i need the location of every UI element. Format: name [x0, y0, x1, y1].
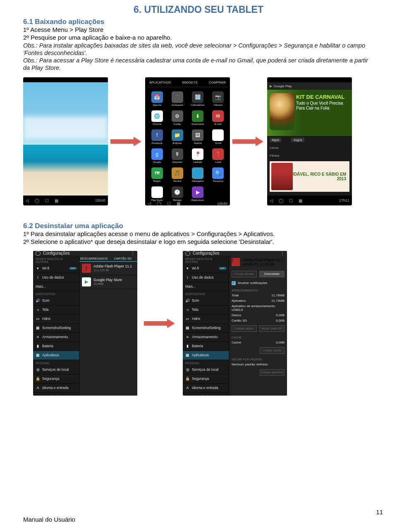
app-cell: 🎵Audiopack: [168, 91, 187, 106]
kv-key: Cache: [232, 341, 241, 344]
app-cell: 📍Latitude: [189, 148, 207, 163]
sidebar-label: Mais...: [185, 284, 196, 289]
sidebar-item: ▭Hdmi: [183, 315, 229, 324]
toggle-label: LIG.: [69, 267, 77, 270]
kv-key: Total: [232, 293, 239, 297]
sidebar-icon: 🔊: [185, 298, 190, 303]
sidebar-label: Idioma e entrada: [42, 386, 69, 390]
chip-jogos: Jogos: [291, 138, 304, 142]
back-icon: ◁: [26, 198, 29, 203]
footer-label: Manual do Usuário: [23, 516, 75, 523]
menu-icon: ⋮: [131, 251, 135, 255]
sidebar-label: Tela: [42, 308, 49, 312]
sidebar-label: Serviços de local: [42, 367, 69, 372]
promo-banner: SER SAUDÁVEL, RICO E SÁBIO EM 2013: [270, 161, 349, 192]
sidebar-item: ▾Wi-fiLIG.: [183, 264, 229, 273]
menu-icon: ⋮: [280, 251, 285, 255]
sidebar-item: ↕Uso de dados: [33, 273, 79, 282]
play-store-title: Google Play: [274, 84, 292, 88]
sidebar-item: ▦Aplicativos: [183, 351, 229, 360]
sidebar-icon: 🔊: [36, 298, 40, 303]
step-6-2-1: 1º Para desinstalar aplicações acesse o …: [23, 230, 374, 238]
app-cell: ▶Play Store: [148, 186, 166, 201]
sidebar-category: DISPOSITIVO: [183, 291, 229, 296]
sidebar-icon: ☼: [36, 308, 40, 312]
featured-banner: KIT DE CARNAVAL Tudo o Que Você Precisa …: [267, 90, 352, 136]
sidebar-label: Mais...: [36, 284, 46, 289]
kv-key: Aplicativo de armazenamento USB0,0: [232, 304, 285, 312]
sidebar-icon: A: [36, 386, 40, 390]
app-icon: 🎵: [172, 91, 183, 103]
settings-sidebar: REDES SEM FIO E OUTRAS▾Wi-fiLIG.↕Uso de …: [33, 256, 79, 396]
kv-val: 0,00B: [276, 319, 285, 322]
app-label: Reprodutor: [189, 199, 207, 201]
sidebar-icon: ▦: [36, 353, 40, 358]
sidebar-label: Segurança: [192, 377, 209, 381]
app-label: Agenda: [148, 104, 166, 106]
play-icon: ▶: [82, 277, 91, 286]
sidebar-item: ▾Wi-fiLIG.: [33, 264, 79, 273]
sidebar-category: DISPOSITIVO: [33, 291, 79, 296]
app-label: Pesquisa: [209, 180, 227, 182]
banner-title: KIT DE CARNAVAL: [296, 94, 348, 100]
app-icon: 📍: [192, 148, 203, 160]
sidebar-item: ↕Uso de dados: [183, 273, 229, 282]
sidebar-item: ▭Hdmi: [33, 315, 79, 324]
app-label: Relógio: [168, 199, 187, 201]
heading-6-1: 6.1 Baixando aplicações: [23, 18, 374, 26]
app-icon: 📷: [212, 91, 224, 103]
app-icon: ▶: [192, 186, 203, 198]
app-drawer: APLICATIVOS WIDGETS COMPRAR 📅Agenda🎵Audi…: [145, 77, 230, 201]
app-name: Adobe Flash Player 11.1: [242, 258, 283, 262]
sidebar-category: PESSOAL: [183, 360, 229, 365]
sidebar-label: Wi-fi: [42, 266, 49, 270]
app-label: Local: [209, 161, 227, 163]
app-cell: fFacebook: [148, 129, 166, 144]
page-title: 6. UTILIZANDO SEU TABLET: [23, 4, 374, 15]
app-tabs: DESCARREGADOS CARTÃO SD: [79, 256, 137, 262]
sidebar-icon: ↻: [36, 395, 40, 396]
kv-key: Dados: [232, 313, 241, 317]
sidebar-label: Uso de dados: [192, 275, 213, 279]
sidebar-label: Uso de dados: [42, 275, 64, 279]
default-section-label: INICIAR POR PADRÃO: [229, 356, 287, 362]
obs-6-1-1: Obs.: Para instalar aplicações baixadas …: [23, 42, 374, 57]
clock-label: 17h11: [339, 198, 349, 203]
sidebar-category: REDES SEM FIO E OUTRAS: [33, 256, 79, 264]
sidebar-label: Tela: [192, 308, 198, 312]
promo-image: [271, 163, 293, 190]
flash-icon: ƒ: [232, 258, 240, 266]
kv-key: Cartão SD: [232, 319, 247, 322]
step-6-1-2: 2º Pesquise por uma aplicação e baixe-a …: [23, 34, 374, 42]
sidebar-label: Armazenamento: [192, 335, 218, 339]
app-cell: 📅Agenda: [148, 91, 166, 106]
app-name: Google Play Store: [93, 278, 122, 282]
tab-widgets: WIDGETS: [182, 81, 197, 84]
kv-val: 0,00B: [276, 341, 285, 344]
settings-title: Configurações: [43, 251, 69, 255]
phone-homescreen: ◁ ◯ ☐ ▦ 15h40: [23, 77, 108, 205]
force-stop-button: Forçar parada: [232, 271, 257, 277]
sidebar-item: ↻Fazer backup e re: [183, 393, 229, 396]
sidebar-item: 🔒Segurança: [183, 375, 229, 384]
uninstall-button: Desinstalar: [259, 271, 285, 277]
app-icon: 🔍: [212, 167, 224, 179]
sidebar-item: Mais...: [33, 282, 79, 291]
sidebar-label: Bateria: [42, 344, 53, 348]
sidebar-item: ↻Fazer backup e re: [33, 393, 79, 396]
recents-icon: ☐: [45, 198, 49, 203]
sidebar-icon: ▦: [185, 326, 190, 330]
app-label: Música: [168, 180, 187, 182]
app-sub: 11.1.115.36: [93, 269, 132, 272]
sidebar-label: Fazer backup e re: [42, 395, 71, 396]
kv-val: 11,78MB: [271, 293, 285, 297]
sidebar-icon: ▾: [185, 266, 190, 271]
figure-row-2: Configurações ⋮ REDES SEM FIO E OUTRAS▾W…: [23, 251, 374, 396]
screenshot-icon: ▦: [55, 198, 58, 203]
back-icon: ◁: [148, 201, 151, 205]
sidebar-item: 🔒Segurança: [33, 375, 79, 384]
arrow-icon: [232, 138, 265, 145]
sidebar-label: Bateria: [192, 344, 203, 348]
settings-header: Configurações ⋮: [33, 251, 137, 256]
sidebar-icon: ▭: [36, 317, 40, 321]
